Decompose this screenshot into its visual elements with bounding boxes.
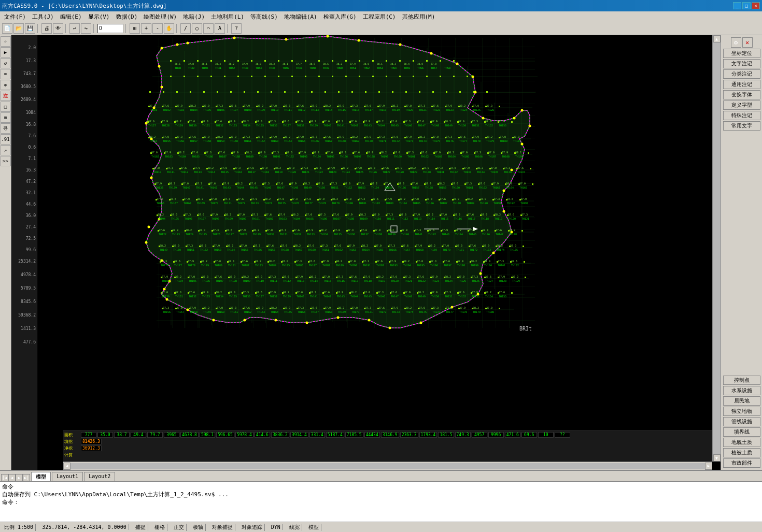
menu-item-8[interactable]: 等高线(S) <box>247 12 281 22</box>
svg-text:37.3: 37.3 <box>217 104 223 107</box>
menu-item-11[interactable]: 工程应用(C) <box>360 12 399 22</box>
menu-item-6[interactable]: 地籍(J) <box>180 12 208 22</box>
svg-text:TH172: TH172 <box>392 139 400 142</box>
text-btn[interactable]: A <box>215 23 225 34</box>
menu-item-3[interactable]: 显示(V) <box>85 12 113 22</box>
lt-btn-1[interactable]: ☆ <box>1 36 11 47</box>
lt-btn-5[interactable]: ⊕ <box>1 80 11 90</box>
lt-btn-9[interactable]: .91 <box>1 134 11 145</box>
rp-pipeline-btn[interactable]: 管线设施 <box>723 417 760 426</box>
tab-next-btn[interactable]: ▶ <box>16 474 23 481</box>
menu-item-5[interactable]: 绘图处理(W) <box>140 12 180 22</box>
menu-item-12[interactable]: 其他应用(M) <box>399 12 439 22</box>
scroll-right-btn[interactable]: ▶ <box>705 463 712 470</box>
rp-font-btn[interactable]: 变换字体 <box>723 90 760 99</box>
rp-municipal-btn[interactable]: 市政部件 <box>723 458 760 468</box>
rp-text-btn[interactable]: 文字注记 <box>723 59 760 68</box>
rp-residential-btn[interactable]: 居民地 <box>723 396 760 406</box>
right-panel: ⚙ ✕ 坐标定位 文字注记 分类注记 通用注记 变换字体 定义字型 特殊注记 常… <box>721 35 762 470</box>
tab-prev-btn[interactable]: ◀ <box>8 474 16 481</box>
rp-deftype-btn[interactable]: 定义字型 <box>723 100 760 110</box>
lt-btn-3[interactable]: ↺ <box>1 58 11 68</box>
snap-btn[interactable]: 捕提 <box>133 524 148 531</box>
lt-btn-2[interactable]: ▶ <box>1 47 11 57</box>
rp-settings-icon[interactable]: ⚙ <box>731 37 741 48</box>
menu-item-10[interactable]: 检查入库(G) <box>320 12 360 22</box>
layer-input[interactable] <box>97 24 123 33</box>
menu-item-7[interactable]: 土地利用(L) <box>208 12 247 22</box>
line-btn[interactable]: / <box>180 23 191 34</box>
lt-btn-11[interactable]: >> <box>1 156 11 166</box>
lt-btn-8[interactable]: 寻 <box>1 123 11 134</box>
h-scroll-track[interactable] <box>70 463 705 469</box>
minimize-btn[interactable]: _ <box>733 2 741 9</box>
model-btn[interactable]: 模型 <box>306 524 321 531</box>
rp-common-btn[interactable]: 通用注记 <box>723 80 760 89</box>
svg-text:37.3: 37.3 <box>254 244 260 247</box>
lw-btn[interactable]: 线宽 <box>287 524 302 531</box>
menu-item-1[interactable]: 工具(J) <box>29 12 57 22</box>
rp-special-btn[interactable]: 特殊注记 <box>723 111 760 120</box>
main-canvas[interactable]: 2.0 17.3 743.7 3680.5 2689.4 1084 16.8 7… <box>11 35 721 470</box>
scroll-left-btn[interactable]: ◀ <box>63 463 70 470</box>
rp-commonword-btn[interactable]: 常用文字 <box>723 121 760 131</box>
menu-item-4[interactable]: 数据(D) <box>113 12 141 22</box>
v-scrollbar[interactable]: ▲ ▼ <box>712 35 721 462</box>
lt-btn-6[interactable]: □ <box>1 102 11 112</box>
tab-layout1[interactable]: Layout1 <box>52 472 83 481</box>
grid-btn[interactable]: 栅格 <box>152 524 167 531</box>
redo-btn[interactable]: ↪ <box>81 23 91 34</box>
undo-btn[interactable]: ↩ <box>69 23 80 34</box>
svg-text:TH147: TH147 <box>418 124 426 127</box>
rp-coord-btn[interactable]: 坐标定位 <box>723 49 760 58</box>
tab-first-btn[interactable]: |◀ <box>1 474 8 481</box>
otrack-btn[interactable]: 对象追踪 <box>239 524 265 531</box>
arc-btn[interactable]: ⌒ <box>203 23 214 34</box>
menu-item-2[interactable]: 编辑(E) <box>57 12 85 22</box>
pan-btn[interactable]: ✋ <box>164 23 174 34</box>
svg-text:37.3: 37.3 <box>407 151 414 154</box>
menu-item-0[interactable]: 文件(F) <box>1 12 29 22</box>
help-btn[interactable]: ? <box>231 23 242 34</box>
close-btn[interactable]: ✕ <box>752 2 760 9</box>
print-btn[interactable]: 🖨 <box>41 23 52 34</box>
svg-text:37.9: 37.9 <box>414 213 420 216</box>
zoom-extents-btn[interactable]: ⊞ <box>130 23 140 34</box>
rp-close-panel-icon[interactable]: ✕ <box>742 37 753 48</box>
svg-text:TH113: TH113 <box>311 108 319 111</box>
dyn-btn[interactable]: DYN <box>269 524 283 530</box>
zoom-in-btn[interactable]: + <box>141 23 151 34</box>
rp-classify-btn[interactable]: 分类注记 <box>723 69 760 79</box>
scroll-up-btn[interactable]: ▲ <box>713 35 721 42</box>
h-scrollbar[interactable]: ◀ ▶ <box>63 462 712 470</box>
osnap-btn[interactable]: 对象捕捉 <box>210 524 235 531</box>
lt-btn-10[interactable]: ↗ <box>1 145 11 155</box>
svg-text:TH191: TH191 <box>493 202 501 205</box>
ortho-btn[interactable]: 正交 <box>172 524 187 531</box>
circle-btn[interactable]: ○ <box>192 23 202 34</box>
drawing-area[interactable]: TH38 TH39 TH40 TH41 TH42 TH43 TH44 TH45 … <box>37 35 721 470</box>
polar-btn[interactable]: 极轴 <box>191 524 206 531</box>
rp-control-btn[interactable]: 控制点 <box>723 376 760 385</box>
cmd-prompt[interactable]: 命令： <box>2 498 760 506</box>
tab-model[interactable]: 模型 <box>31 472 51 481</box>
maximize-btn[interactable]: □ <box>742 2 751 9</box>
zoom-out-btn[interactable]: - <box>152 23 163 34</box>
rp-border-btn[interactable]: 填界线 <box>723 427 760 437</box>
tab-layout2[interactable]: Layout2 <box>84 472 115 481</box>
menu-item-9[interactable]: 地物编辑(A) <box>281 12 320 22</box>
lt-btn-note[interactable]: 注 <box>1 91 11 101</box>
open-btn[interactable]: 📂 <box>13 23 24 34</box>
rp-independent-btn[interactable]: 独立地物 <box>723 407 760 416</box>
lt-btn-7[interactable]: ⊞ <box>1 112 11 123</box>
tab-last-btn[interactable]: ▶| <box>23 474 30 481</box>
rp-terrain-btn[interactable]: 地貌土质 <box>723 438 760 447</box>
save-btn[interactable]: 💾 <box>25 23 35 34</box>
rp-vegetation-btn[interactable]: 植被土质 <box>723 448 760 457</box>
scroll-down-btn[interactable]: ▼ <box>713 454 721 462</box>
preview-btn[interactable]: 👁 <box>53 23 63 34</box>
lt-btn-4[interactable]: ≡ <box>1 69 11 79</box>
v-scroll-track[interactable] <box>713 42 721 454</box>
new-btn[interactable]: 📄 <box>2 23 12 34</box>
rp-water-btn[interactable]: 水系设施 <box>723 386 760 395</box>
